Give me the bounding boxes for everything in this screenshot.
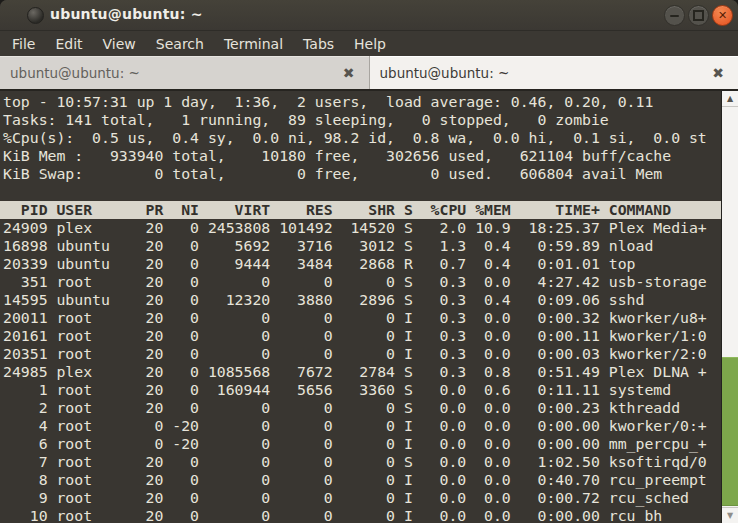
- tab-2-label: ubuntu@ubuntu: ~: [380, 65, 709, 81]
- blank-line: [3, 183, 721, 201]
- terminal-app-icon: [27, 7, 44, 24]
- scroll-down-button[interactable]: ▼: [722, 507, 738, 523]
- tab-bar: ubuntu@ubuntu: ~ ✖ ubuntu@ubuntu: ~ ✖: [0, 56, 738, 91]
- minimize-icon: [670, 15, 679, 17]
- process-row: 16898 ubuntu 20 0 5692 3716 3012 S 1.3 0…: [3, 237, 721, 255]
- terminal-screen[interactable]: top - 10:57:31 up 1 day, 1:36, 2 users, …: [0, 91, 721, 523]
- process-row: 20339 ubuntu 20 0 9444 3484 2868 R 0.7 0…: [3, 255, 721, 273]
- scroll-up-button[interactable]: ▲: [722, 91, 738, 107]
- tab-1[interactable]: ubuntu@ubuntu: ~ ✖: [0, 56, 370, 89]
- tab-2-close-icon[interactable]: ✖: [708, 66, 728, 80]
- process-row: 20011 root 20 0 0 0 0 I 0.3 0.0 0:00.32 …: [3, 309, 721, 327]
- process-row: 1 root 20 0 160944 5656 3360 S 0.0 0.6 0…: [3, 381, 721, 399]
- process-row: 7 root 20 0 0 0 0 S 0.0 0.0 1:02.50 ksof…: [3, 453, 721, 471]
- process-row: 20161 root 20 0 0 0 0 I 0.3 0.0 0:00.11 …: [3, 327, 721, 345]
- scroll-down-icon: ▼: [727, 511, 733, 520]
- scrollbar-trough[interactable]: [722, 107, 738, 507]
- summary-line: KiB Mem : 933940 total, 10180 free, 3026…: [3, 147, 721, 165]
- minimize-button[interactable]: [664, 5, 685, 26]
- window-controls: ✕: [664, 5, 733, 26]
- close-icon: ✕: [718, 10, 727, 21]
- menu-edit[interactable]: Edit: [45, 34, 92, 54]
- scrollbar-thumb[interactable]: [722, 357, 738, 506]
- menu-view[interactable]: View: [93, 34, 146, 54]
- menu-search[interactable]: Search: [146, 34, 214, 54]
- process-row: 14595 ubuntu 20 0 12320 3880 2896 S 0.3 …: [3, 291, 721, 309]
- menu-terminal[interactable]: Terminal: [214, 34, 293, 54]
- terminal-area: top - 10:57:31 up 1 day, 1:36, 2 users, …: [0, 91, 738, 523]
- process-row: 9 root 20 0 0 0 0 I 0.0 0.0 0:00.72 rcu_…: [3, 489, 721, 507]
- process-table-header: PID USER PR NI VIRT RES SHR S %CPU %MEM …: [0, 201, 721, 219]
- process-row: 6 root 0 -20 0 0 0 I 0.0 0.0 0:00.00 mm_…: [3, 435, 721, 453]
- menubar: File Edit View Search Terminal Tabs Help: [0, 31, 738, 56]
- process-row: 24909 plex 20 0 2453808 101492 14520 S 2…: [3, 219, 721, 237]
- menu-file[interactable]: File: [2, 34, 45, 54]
- terminal-window: ubuntu@ubuntu: ~ ✕ File Edit View Search…: [0, 0, 738, 523]
- menu-help[interactable]: Help: [344, 34, 396, 54]
- maximize-icon: [693, 10, 704, 21]
- process-row: 24985 plex 20 0 1085568 7672 2784 S 0.3 …: [3, 363, 721, 381]
- process-row: 8 root 20 0 0 0 0 I 0.0 0.0 0:40.70 rcu_…: [3, 471, 721, 489]
- summary-line: %Cpu(s): 0.5 us, 0.4 sy, 0.0 ni, 98.2 id…: [3, 129, 721, 147]
- maximize-button[interactable]: [688, 5, 709, 26]
- tab-1-close-icon[interactable]: ✖: [339, 66, 359, 80]
- tab-1-label: ubuntu@ubuntu: ~: [10, 65, 339, 81]
- summary-line: top - 10:57:31 up 1 day, 1:36, 2 users, …: [3, 93, 721, 111]
- tab-2[interactable]: ubuntu@ubuntu: ~ ✖: [370, 56, 738, 89]
- scrollbar: ▲ ▼: [721, 91, 738, 523]
- process-row: 20351 root 20 0 0 0 0 I 0.3 0.0 0:00.03 …: [3, 345, 721, 363]
- summary-line: KiB Swap: 0 total, 0 free, 0 used. 60680…: [3, 165, 721, 183]
- process-row: 4 root 0 -20 0 0 0 I 0.0 0.0 0:00.00 kwo…: [3, 417, 721, 435]
- titlebar[interactable]: ubuntu@ubuntu: ~ ✕: [0, 0, 738, 31]
- menu-tabs[interactable]: Tabs: [293, 34, 344, 54]
- process-row: 351 root 20 0 0 0 0 S 0.3 0.0 4:27.42 us…: [3, 273, 721, 291]
- scroll-up-icon: ▲: [727, 94, 733, 103]
- window-title: ubuntu@ubuntu: ~: [50, 6, 203, 22]
- summary-line: Tasks: 141 total, 1 running, 89 sleeping…: [3, 111, 721, 129]
- process-row: 10 root 20 0 0 0 0 I 0.0 0.0 0:00.00 rcu…: [3, 507, 721, 523]
- close-button[interactable]: ✕: [712, 5, 733, 26]
- process-row: 2 root 20 0 0 0 0 S 0.0 0.0 0:00.23 kthr…: [3, 399, 721, 417]
